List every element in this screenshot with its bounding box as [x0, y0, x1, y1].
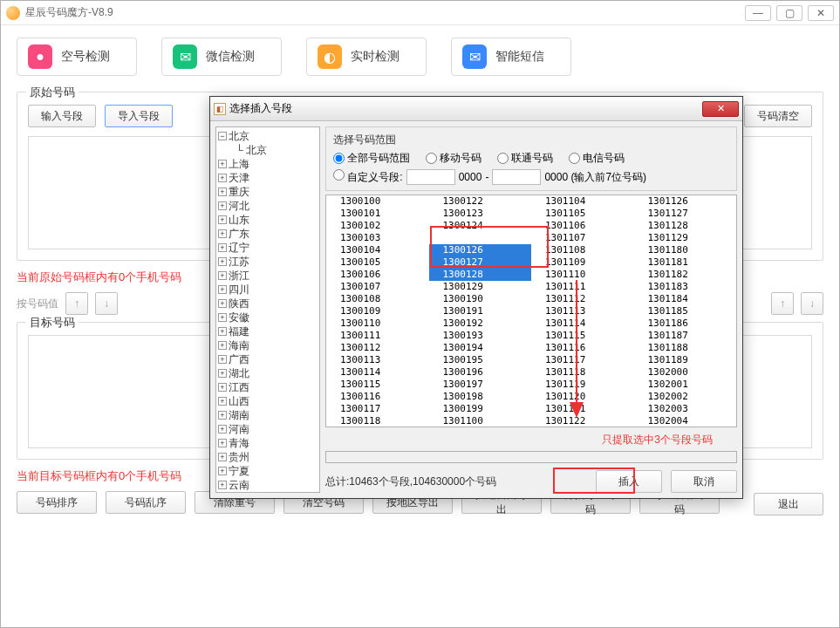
tree-expand-icon[interactable]: +	[218, 257, 227, 266]
minimize-button[interactable]: ―	[745, 5, 771, 21]
range-cell[interactable]: 1300110	[326, 317, 429, 330]
range-cell[interactable]: 1300191	[429, 305, 532, 317]
range-cell[interactable]: 1300129	[429, 281, 532, 293]
tree-item[interactable]: +江西	[218, 380, 318, 394]
range-cell[interactable]: 1300107	[326, 281, 429, 293]
range-cell[interactable]: 1302004	[634, 415, 737, 427]
range-cell[interactable]: 1300100	[326, 195, 429, 208]
tree-expand-icon[interactable]: +	[218, 174, 227, 182]
range-cell[interactable]: 1302002	[634, 391, 737, 403]
bottom-button[interactable]: 号码排序	[17, 491, 97, 514]
tree-item[interactable]: +河北	[218, 199, 318, 213]
tree-item[interactable]: +山西	[218, 394, 318, 408]
range-cell[interactable]: 1300193	[429, 330, 532, 342]
cancel-button[interactable]: 取消	[671, 470, 737, 493]
tree-item[interactable]: +山东	[218, 213, 318, 227]
range-cell[interactable]: 1300113	[326, 354, 429, 366]
carrier-radio[interactable]: 全部号码范围	[333, 151, 410, 166]
range-cell[interactable]: 1301105	[531, 208, 634, 220]
tree-expand-icon[interactable]: +	[218, 341, 227, 350]
range-cell[interactable]: 1301111	[531, 281, 634, 293]
input-range-button[interactable]: 输入号段	[28, 105, 96, 127]
tree-item[interactable]: +安徽	[218, 311, 318, 324]
range-cell[interactable]: 1301128	[634, 220, 737, 232]
range-cell[interactable]: 1300127	[429, 256, 532, 269]
top-button[interactable]: ✉微信检测	[161, 38, 282, 76]
range-cell[interactable]: 1301109	[531, 256, 634, 269]
tree-expand-icon[interactable]: +	[218, 229, 227, 238]
tree-expand-icon[interactable]: +	[218, 355, 227, 364]
range-cell[interactable]: 1301184	[634, 293, 737, 305]
range-cell[interactable]: 1300101	[326, 208, 429, 220]
tree-item[interactable]: +陕西	[218, 297, 318, 311]
bottom-button[interactable]: 号码乱序	[106, 491, 186, 514]
range-cell[interactable]: 1300123	[429, 208, 532, 220]
carrier-radio[interactable]: 电信号码	[569, 151, 625, 166]
tree-expand-icon[interactable]: +	[218, 160, 227, 168]
range-cell[interactable]: 1301113	[531, 305, 634, 317]
tree-expand-icon[interactable]: +	[218, 481, 227, 489]
range-cell[interactable]: 1301186	[634, 317, 737, 330]
tree-expand-icon[interactable]: +	[218, 327, 227, 336]
tree-expand-icon[interactable]: +	[218, 467, 227, 475]
range-cell[interactable]: 1301182	[634, 269, 737, 281]
range-cell[interactable]: 1301117	[531, 354, 634, 366]
range-cell[interactable]: 1301120	[531, 391, 634, 403]
range-cell[interactable]: 1301181	[634, 256, 737, 269]
range-cell[interactable]: 1300108	[326, 293, 429, 305]
tree-item[interactable]: +甘肃	[218, 492, 318, 493]
range-cell[interactable]: 1300105	[326, 256, 429, 269]
tree-item[interactable]: +青海	[218, 436, 318, 450]
tree-expand-icon[interactable]: +	[218, 243, 227, 252]
tree-item[interactable]: +辽宁	[218, 241, 318, 255]
tree-item[interactable]: +江苏	[218, 255, 318, 269]
top-button[interactable]: ✉智能短信	[451, 38, 571, 76]
range-cell[interactable]: 1301121	[531, 403, 634, 415]
tree-expand-icon[interactable]: +	[218, 439, 227, 447]
close-button[interactable]: ✕	[808, 5, 834, 21]
range-cell[interactable]: 1301185	[634, 305, 737, 317]
tree-item[interactable]: +重庆	[218, 185, 318, 199]
tree-item[interactable]: +福建	[218, 324, 318, 338]
range-cell[interactable]: 1300190	[429, 293, 532, 305]
range-cell[interactable]: 1300128	[429, 269, 532, 281]
range-cell[interactable]: 1302003	[634, 403, 737, 415]
range-cell[interactable]: 1301107	[531, 232, 634, 244]
range-cell[interactable]: 1300124	[429, 220, 532, 232]
range-cell[interactable]: 1301183	[634, 281, 737, 293]
range-cell[interactable]: 1300116	[326, 391, 429, 403]
range-cell[interactable]: 1301108	[531, 244, 634, 256]
range-cell[interactable]	[429, 232, 532, 244]
range-cell[interactable]: 1301118	[531, 366, 634, 379]
custom-range-radio[interactable]: 自定义号段:	[333, 169, 403, 185]
range-cell[interactable]: 1300198	[429, 391, 532, 403]
range-cell[interactable]: 1300115	[326, 379, 429, 391]
sort-down-button-2[interactable]: ↓	[801, 292, 823, 315]
range-cell[interactable]: 1301180	[634, 244, 737, 256]
range-cell[interactable]: 1301188	[634, 342, 737, 354]
range-cell[interactable]: 1301112	[531, 293, 634, 305]
range-cell[interactable]: 1301104	[531, 195, 634, 208]
tree-item[interactable]: +四川	[218, 283, 318, 297]
range-cell[interactable]: 1300109	[326, 305, 429, 317]
range-cell[interactable]: 1301129	[634, 232, 737, 244]
range-cell[interactable]: 1300118	[326, 415, 429, 427]
range-cell[interactable]: 1300117	[326, 403, 429, 415]
tree-expand-icon[interactable]: +	[218, 313, 227, 322]
sort-up-button[interactable]: ↑	[65, 292, 88, 315]
tree-expand-icon[interactable]: +	[218, 299, 227, 308]
tree-item[interactable]: +湖南	[218, 408, 318, 422]
range-cell[interactable]: 1300192	[429, 317, 532, 330]
range-cell[interactable]: 1301100	[429, 415, 532, 427]
range-cell[interactable]: 1302000	[634, 366, 737, 379]
tree-expand-icon[interactable]: +	[218, 425, 227, 433]
tree-expand-icon[interactable]: +	[218, 271, 227, 280]
range-cell[interactable]: 1300196	[429, 366, 532, 379]
range-cell[interactable]: 1300106	[326, 269, 429, 281]
range-cell[interactable]: 1300197	[429, 379, 532, 391]
range-cell[interactable]: 1300114	[326, 366, 429, 379]
range-cell[interactable]: 1301187	[634, 330, 737, 342]
tree-item[interactable]: +河南	[218, 422, 318, 436]
sort-down-button[interactable]: ↓	[95, 292, 118, 315]
tree-item[interactable]: +上海	[218, 157, 318, 171]
